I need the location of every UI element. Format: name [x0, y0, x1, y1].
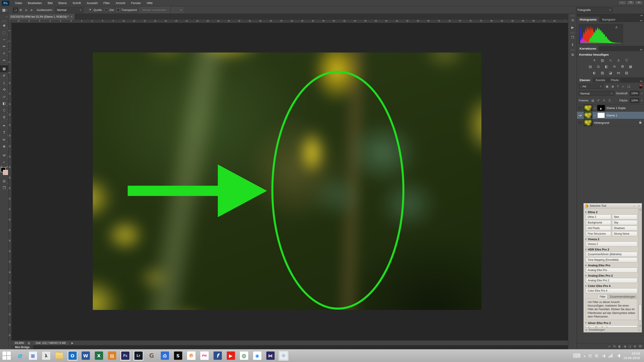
blend-mode-dropdown[interactable]: Normal⇕	[579, 91, 614, 96]
filter-shape-layers-icon[interactable]: ▱	[621, 85, 625, 88]
file-explorer[interactable]	[54, 351, 64, 361]
clone-stamp-tool[interactable]: ⍙	[0, 79, 8, 86]
opacity-dropdown-icon[interactable]: ▾	[641, 92, 642, 94]
exposure-icon[interactable]: ±	[616, 58, 621, 62]
youtube[interactable]: ▶	[226, 351, 236, 361]
tab-ebenen[interactable]: Ebenen	[577, 77, 593, 83]
vibrance-icon[interactable]: ▽	[624, 58, 629, 62]
selective-color-icon[interactable]: ▧	[624, 71, 629, 75]
zoom-level-field[interactable]: 33,33%	[13, 341, 26, 345]
crop-tool[interactable]: ⌗	[0, 50, 8, 57]
filter-button-strong-noise[interactable]: Strong Noise	[612, 231, 637, 236]
selection-subtract-icon[interactable]: ⧄	[24, 7, 28, 12]
shape-tool[interactable]: ❉	[0, 143, 8, 150]
black-white-icon[interactable]: ◧	[604, 64, 609, 69]
channel-mixer-icon[interactable]: ❂	[620, 64, 625, 69]
hand-tool[interactable]: ω	[0, 151, 8, 158]
quick-mask-button[interactable]: ◎	[0, 177, 8, 184]
layer-mask-thumbnail[interactable]	[597, 112, 605, 118]
panel-menu-icon[interactable]: ▾≡	[640, 48, 644, 51]
internet-explorer[interactable]: e	[14, 351, 25, 361]
lasso-tool[interactable]: ∽	[0, 36, 8, 43]
photo-filter-icon[interactable]: ✇	[612, 64, 617, 69]
tab-close-icon[interactable]: ×	[71, 15, 72, 18]
curves-icon[interactable]: ∿	[608, 58, 613, 62]
math-tool[interactable]: λ	[41, 351, 51, 361]
close-button[interactable]: ✕	[635, 1, 643, 5]
clone-source-panel-icon[interactable]: ⧉	[568, 51, 577, 58]
color-lookup-icon[interactable]: ▦	[628, 64, 633, 69]
history-brush-tool[interactable]: ⟲	[0, 86, 8, 93]
new-adjustment-layer-icon[interactable]: ◑	[624, 345, 626, 348]
type-tool[interactable]: T	[0, 129, 8, 136]
transparent-checkbox[interactable]: Transparent	[116, 8, 137, 12]
panes-app[interactable]: ❖	[278, 351, 289, 361]
fill-dropdown-icon[interactable]: ▾	[641, 99, 642, 102]
gimp[interactable]: G	[146, 351, 157, 361]
touchpad-tray-icon[interactable]: ⊟	[588, 353, 592, 358]
selection-new-icon[interactable]: ❏	[13, 7, 18, 12]
layer-visibility-toggle[interactable]	[578, 114, 582, 117]
tab-pfade[interactable]: Pfade	[608, 77, 622, 83]
marquee-tool[interactable]: ⬚	[0, 29, 8, 36]
selection-intersect-icon[interactable]: ⧈	[29, 7, 34, 12]
defender-tray-icon[interactable]: ⊞	[595, 353, 598, 358]
opacity-value[interactable]: 100%	[630, 91, 640, 96]
filter-button-zusammenf-hren-bildreihe-[interactable]: Zusammenführen (Bildreihe)	[586, 252, 637, 257]
tab-kanaele[interactable]: Kanäle	[593, 77, 608, 83]
collapse-triangle-icon[interactable]: ▼	[585, 238, 586, 240]
layer-mask-thumbnail[interactable]	[597, 105, 605, 111]
lock-position-icon[interactable]: ✛	[602, 99, 606, 102]
delete-layer-icon[interactable]: ⌧	[639, 345, 642, 348]
filter-button-analog-efex-pro-2[interactable]: Analog Efex Pro 2	[586, 278, 637, 283]
fh-app[interactable]: FH	[199, 351, 210, 361]
brightness-contrast-icon[interactable]: ☀	[592, 58, 597, 62]
collapse-triangle-icon[interactable]: ▼	[585, 322, 586, 324]
mode-dropdown[interactable]: Normal⇕	[56, 7, 83, 13]
selection-add-icon[interactable]: ⧉	[18, 7, 23, 12]
visual-studio[interactable]: ⋈	[265, 351, 276, 361]
menu-item-hilfe[interactable]: Hilfe	[147, 1, 152, 5]
swap-colors-icon[interactable]: ⇄	[6, 166, 8, 168]
status-menu-icon[interactable]: ▶	[71, 342, 73, 345]
settings-button[interactable]: Einstellungen	[589, 328, 605, 331]
resize-grip[interactable]	[638, 329, 640, 331]
selective-tool-titlebar[interactable]: Selective Tool – ×	[584, 203, 642, 209]
start-button[interactable]	[1, 351, 12, 361]
filter-button-sky[interactable]: Sky	[612, 220, 637, 225]
section-header[interactable]: ▼Dfine 2	[585, 211, 638, 214]
section-header[interactable]: ▼HDR Efex Pro 2	[585, 248, 638, 251]
posterize-icon[interactable]: ▨	[600, 71, 605, 75]
filter-button-hot-pixels[interactable]: Hot Pixels	[586, 226, 611, 231]
tab-korrekturen[interactable]: Korrekturen	[577, 46, 599, 51]
pattern-picker-dropdown[interactable]: ▾	[172, 7, 183, 13]
tab-histogramm[interactable]: Histogramm	[577, 17, 600, 22]
filter-button-analog-efex-pro[interactable]: Analog Efex Pro	[586, 268, 637, 273]
layer-row[interactable]: ∞Ebene 1 Kopie	[577, 104, 644, 112]
menu-item-ansicht[interactable]: Ansicht	[116, 1, 125, 5]
restore-button[interactable]: ❐	[627, 1, 634, 5]
brush-tool[interactable]: ✐	[0, 72, 8, 79]
podcast-app[interactable]: ℗	[186, 351, 196, 361]
filter-button-background[interactable]: Background	[586, 220, 611, 225]
gradient-map-icon[interactable]: ⋈	[616, 71, 621, 75]
filter-button-skin[interactable]: Skin	[612, 215, 637, 219]
invert-icon[interactable]: ◐	[592, 71, 597, 75]
path-selection-tool[interactable]: ⊳	[0, 136, 8, 143]
section-header[interactable]: ▼Analog Efex Pro	[585, 264, 638, 267]
panel-collapse-icon[interactable]: ▸▸	[577, 14, 644, 17]
photo-document[interactable]	[93, 52, 482, 310]
link-layers-icon[interactable]: ∞	[608, 345, 610, 348]
section-header[interactable]: ▼Analog Efex Pro 2	[585, 274, 638, 277]
photoshop[interactable]: Ps	[120, 351, 130, 361]
new-group-icon[interactable]: ❏	[628, 345, 631, 348]
scanner-app[interactable]: ⎙	[160, 351, 170, 361]
collapse-triangle-icon[interactable]: ▼	[585, 275, 586, 277]
selective-minimize-button[interactable]: –	[632, 204, 636, 207]
eyedropper-tool[interactable]: ✑	[0, 57, 8, 64]
levels-icon[interactable]: ▥	[600, 58, 605, 62]
scrollbar-thumb[interactable]	[639, 304, 642, 321]
layer-thumbnail[interactable]	[584, 105, 592, 111]
keyboard-tray-icon[interactable]: ⌨	[573, 353, 581, 359]
add-layer-mask-icon[interactable]: ◧	[618, 345, 621, 348]
